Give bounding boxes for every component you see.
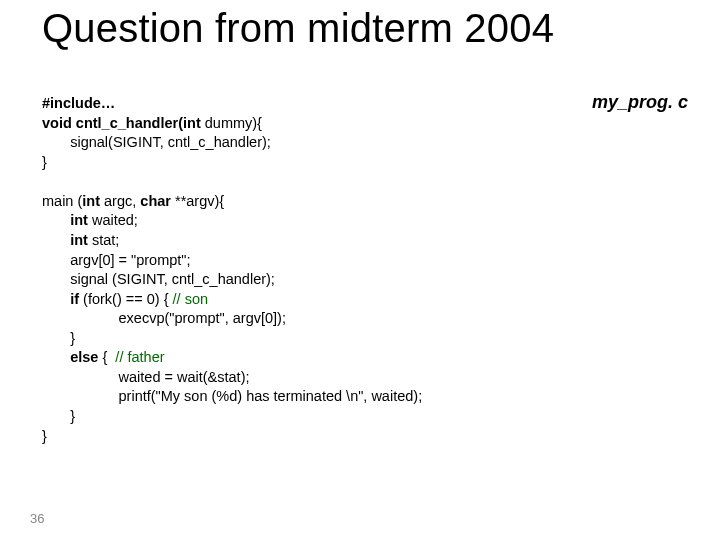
code-line: signal (SIGINT, cntl_c_handler); [42,271,275,287]
code-text: stat; [92,232,119,248]
code-line: signal(SIGINT, cntl_c_handler); [42,134,271,150]
code-text: waited; [92,212,138,228]
slide: Question from midterm 2004 my_prog. c #i… [0,0,720,540]
code-text: dummy){ [205,115,262,131]
code-line: waited = wait(&stat); [42,369,250,385]
code-kw: int [42,212,92,228]
code-line: } [42,154,47,170]
code-line: execvp("prompt", argv[0]); [42,310,286,326]
filename-label: my_prog. c [592,92,688,113]
code-text: (fork() == 0) { [83,291,172,307]
code-text: { [102,349,115,365]
code-kw: int [42,232,92,248]
code-line: } [42,408,75,424]
code-block: #include… void cntl_c_handler(int dummy)… [42,94,422,446]
page-number: 36 [30,511,44,526]
slide-title: Question from midterm 2004 [42,6,554,51]
code-comment: // son [173,291,208,307]
code-line: } [42,330,75,346]
code-comment: // father [115,349,164,365]
code-line: #include… [42,95,115,111]
code-kw: char [140,193,175,209]
code-line: printf("My son (%d) has terminated \n", … [42,388,422,404]
code-line: } [42,428,47,444]
code-line: main ( [42,193,82,209]
code-text: **argv){ [175,193,224,209]
code-line: argv[0] = "prompt"; [42,252,191,268]
code-line: void cntl_c_handler(int [42,115,205,131]
code-kw: if [42,291,83,307]
code-kw: else [42,349,102,365]
code-text: argc, [104,193,140,209]
code-kw: int [82,193,104,209]
